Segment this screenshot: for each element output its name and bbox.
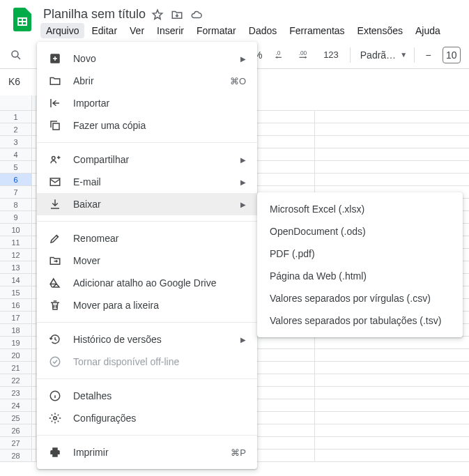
row-header[interactable]: 28	[0, 450, 32, 461]
row-header[interactable]: 2	[0, 123, 32, 135]
download-icon	[48, 198, 62, 210]
menu-download[interactable]: Baixar▶	[37, 193, 257, 215]
row-header[interactable]: 7	[0, 186, 32, 198]
row-header[interactable]: 8	[0, 199, 32, 210]
trash-icon	[48, 299, 62, 312]
menu-settings[interactable]: Configurações	[37, 407, 257, 429]
row-header[interactable]: 3	[0, 136, 32, 148]
row-header[interactable]: 14	[0, 274, 32, 286]
row-header[interactable]: 21	[0, 362, 32, 374]
menu-share[interactable]: Compartilhar▶	[37, 148, 257, 171]
menu-email[interactable]: E-mail▶	[37, 171, 257, 193]
download-option[interactable]: PDF (.pdf)	[257, 243, 463, 265]
menu-trash[interactable]: Mover para a lixeira	[37, 294, 257, 316]
row-header[interactable]: 10	[0, 224, 32, 236]
row-header[interactable]: 19	[0, 337, 32, 348]
decrease-size[interactable]: −	[420, 49, 437, 61]
menu-ver[interactable]: Ver	[124, 23, 150, 38]
download-option[interactable]: Microsoft Excel (.xlsx)	[257, 198, 463, 220]
download-option[interactable]: Valores separados por vírgulas (.csv)	[257, 287, 463, 309]
row-header[interactable]: 9	[0, 211, 32, 223]
move-folder-icon	[48, 254, 62, 267]
download-option[interactable]: OpenDocument (.ods)	[257, 220, 463, 243]
share-icon	[48, 153, 62, 166]
chevron-right-icon: ▶	[240, 156, 246, 164]
row-header[interactable]: 20	[0, 349, 32, 361]
svg-rect-4	[53, 123, 59, 130]
chevron-right-icon: ▶	[240, 201, 246, 208]
svg-point-9	[54, 417, 57, 420]
menu-copy[interactable]: Fazer uma cópia	[37, 114, 257, 137]
select-all-corner[interactable]	[0, 95, 32, 110]
row-header[interactable]: 4	[0, 148, 32, 160]
chevron-right-icon: ▶	[240, 336, 246, 344]
row-header[interactable]: 15	[0, 286, 32, 298]
star-icon[interactable]	[151, 8, 164, 21]
gear-icon	[48, 412, 62, 424]
menu-inserir[interactable]: Inserir	[151, 23, 190, 38]
plus-box-icon	[48, 52, 62, 65]
move-icon[interactable]	[171, 8, 183, 21]
font-size-input[interactable]: 10	[443, 47, 461, 63]
row-header[interactable]: 6	[0, 174, 32, 185]
email-icon	[48, 176, 62, 188]
svg-point-0	[12, 51, 18, 57]
history-icon	[48, 333, 62, 346]
row-header[interactable]: 26	[0, 424, 32, 436]
increase-decimal-icon[interactable]: .00	[294, 44, 315, 66]
svg-text:.00: .00	[299, 49, 307, 56]
row-header[interactable]: 23	[0, 387, 32, 399]
file-menu-dropdown: Novo▶ Abrir⌘O Importar Fazer uma cópia C…	[37, 42, 257, 469]
format-123[interactable]: 123	[318, 49, 344, 60]
menu-arquivo[interactable]: Arquivo	[40, 23, 84, 38]
decrease-decimal-icon[interactable]: .0	[270, 44, 291, 66]
row-header[interactable]: 16	[0, 299, 32, 311]
sheets-logo[interactable]	[8, 6, 36, 33]
menu-print[interactable]: Imprimir⌘P	[37, 441, 257, 463]
menu-extensões[interactable]: Extensões	[352, 23, 408, 38]
row-header[interactable]: 24	[0, 399, 32, 411]
row-header[interactable]: 11	[0, 236, 32, 248]
menu-move[interactable]: Mover	[37, 249, 257, 272]
row-header[interactable]: 5	[0, 161, 32, 173]
doc-title[interactable]: Planilha sem título	[43, 7, 146, 22]
menu-formatar[interactable]: Formatar	[191, 23, 242, 38]
menu-open[interactable]: Abrir⌘O	[37, 70, 257, 92]
font-selector[interactable]: Padrã… ▼	[356, 49, 408, 61]
drive-shortcut-icon	[48, 277, 62, 289]
svg-point-5	[52, 157, 56, 160]
import-icon	[48, 97, 62, 109]
menu-rename[interactable]: Renomear	[37, 227, 257, 249]
row-header[interactable]: 13	[0, 261, 32, 273]
row-header[interactable]: 27	[0, 437, 32, 449]
chevron-down-icon: ▼	[400, 51, 407, 59]
download-option[interactable]: Página da Web (.html)	[257, 265, 463, 287]
menu-details[interactable]: Detalhes	[37, 385, 257, 407]
menu-history[interactable]: Histórico de versões▶	[37, 328, 257, 351]
svg-point-7	[50, 357, 60, 367]
row-header[interactable]: 25	[0, 412, 32, 424]
info-icon	[48, 390, 62, 402]
chevron-right-icon: ▶	[240, 55, 246, 63]
menu-import[interactable]: Importar	[37, 92, 257, 114]
menu-editar[interactable]: Editar	[86, 23, 123, 38]
print-icon	[48, 446, 62, 459]
menu-new[interactable]: Novo▶	[37, 47, 257, 70]
menu-ferramentas[interactable]: Ferramentas	[284, 23, 350, 38]
menu-shortcut[interactable]: Adicionar atalho ao Google Drive	[37, 272, 257, 294]
menu-ajuda[interactable]: Ajuda	[410, 23, 446, 38]
download-submenu: Microsoft Excel (.xlsx)OpenDocument (.od…	[257, 192, 463, 337]
row-header[interactable]: 17	[0, 312, 32, 323]
row-header[interactable]: 22	[0, 374, 32, 386]
rename-icon	[48, 232, 62, 245]
menubar: ArquivoEditarVerInserirFormatarDadosFerr…	[40, 22, 446, 41]
row-header[interactable]: 1	[0, 111, 32, 123]
download-option[interactable]: Valores separados por tabulações (.tsv)	[257, 309, 463, 332]
svg-text:.0: .0	[276, 49, 281, 56]
cloud-icon[interactable]	[190, 8, 203, 21]
row-header[interactable]: 18	[0, 324, 32, 336]
menu-dados[interactable]: Dados	[243, 23, 282, 38]
search-icon[interactable]	[6, 44, 26, 66]
menu-offline: Tornar disponível off-line	[37, 351, 257, 373]
row-header[interactable]: 12	[0, 249, 32, 261]
